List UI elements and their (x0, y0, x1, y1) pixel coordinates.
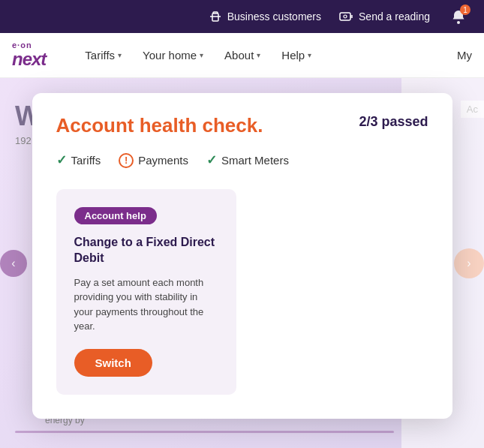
modal-title: Account health check. (56, 114, 263, 137)
send-reading-label: Send a reading (359, 11, 430, 23)
check-smart-meters: ✓ Smart Meters (206, 152, 289, 168)
notification-bell[interactable]: 1 (448, 6, 469, 27)
nav-item-help[interactable]: Help ▾ (272, 43, 320, 68)
business-customers-label: Business customers (227, 11, 321, 23)
check-tariffs: ✓ Tariffs (56, 152, 101, 168)
nav-bar: e·on next Tariffs ▾ Your home ▾ About ▾ … (0, 33, 484, 78)
logo[interactable]: e·on next (12, 41, 46, 69)
card-badge: Account help (74, 207, 157, 224)
briefcase-icon (208, 9, 223, 24)
check-smart-meters-label: Smart Meters (221, 154, 289, 167)
nav-item-tariffs[interactable]: Tariffs ▾ (76, 43, 131, 68)
nav-my[interactable]: My (457, 49, 472, 62)
check-ok-icon-2: ✓ (206, 152, 217, 168)
check-ok-icon: ✓ (56, 152, 67, 168)
svg-point-3 (344, 15, 347, 18)
notification-count: 1 (460, 5, 470, 15)
switch-button[interactable]: Switch (74, 349, 152, 377)
send-reading-link[interactable]: Send a reading (339, 9, 430, 24)
nav-items: Tariffs ▾ Your home ▾ About ▾ Help ▾ (76, 43, 457, 68)
nav-item-about[interactable]: About ▾ (215, 43, 269, 68)
svg-point-4 (457, 21, 460, 24)
top-bar: Business customers Send a reading 1 (0, 0, 484, 33)
check-tariffs-label: Tariffs (71, 154, 101, 167)
modal-header: Account health check. 2/3 passed (56, 114, 428, 137)
check-payments-label: Payments (138, 154, 188, 167)
check-warn-icon: ! (119, 153, 134, 168)
check-items: ✓ Tariffs ! Payments ✓ Smart Meters (56, 152, 428, 168)
chevron-down-icon: ▾ (257, 51, 260, 59)
business-customers-link[interactable]: Business customers (208, 9, 321, 24)
account-help-card: Account help Change to a Fixed Direct De… (56, 189, 236, 395)
nav-item-your-home[interactable]: Your home ▾ (134, 43, 212, 68)
chevron-down-icon: ▾ (308, 51, 311, 59)
chevron-down-icon: ▾ (118, 51, 122, 59)
modal-passed: 2/3 passed (359, 114, 428, 130)
logo-next: next (12, 50, 46, 69)
chevron-down-icon: ▾ (200, 51, 203, 59)
meter-icon (339, 9, 354, 24)
health-check-modal: Account health check. 2/3 passed ✓ Tarif… (32, 93, 452, 419)
modal-overlay: Account health check. 2/3 passed ✓ Tarif… (0, 78, 484, 448)
svg-rect-0 (212, 14, 218, 21)
card-description: Pay a set amount each month providing yo… (74, 275, 218, 334)
check-payments: ! Payments (119, 153, 188, 168)
svg-rect-2 (340, 13, 350, 20)
card-title: Change to a Fixed Direct Debit (74, 235, 218, 266)
